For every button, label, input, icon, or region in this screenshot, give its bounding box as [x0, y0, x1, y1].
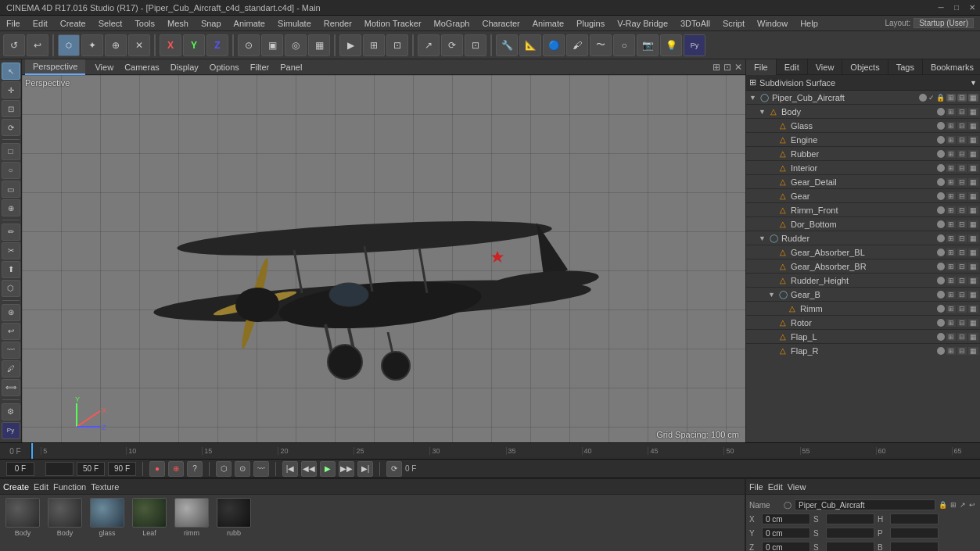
- om-tag-ge2[interactable]: ⊟: [957, 192, 967, 200]
- om-tag-body1[interactable]: ⊞: [946, 108, 956, 116]
- om-item-rotor[interactable]: ▶ △ Rotor ⊞ ⊟ ▦: [746, 316, 980, 330]
- om-tag-gabr1[interactable]: ⊞: [946, 263, 956, 270]
- transport-current[interactable]: [45, 462, 74, 476]
- timeline-ruler[interactable]: 5 10 15 20 25 30 35 40 45 50 55 60 65: [31, 443, 980, 459]
- props-y-field[interactable]: 0 cm: [762, 528, 810, 538]
- om-tag-fl2[interactable]: ⊟: [957, 333, 967, 341]
- props-sz-field[interactable]: [826, 542, 874, 551]
- vtm-panel[interactable]: Panel: [277, 63, 305, 72]
- axis-x[interactable]: X: [160, 34, 181, 56]
- tool-null[interactable]: ○: [613, 34, 635, 56]
- menu-plugins[interactable]: Plugins: [570, 16, 611, 30]
- tool-smooth[interactable]: 〰: [2, 342, 20, 359]
- om-tag-gab3[interactable]: ▦: [968, 249, 978, 256]
- transport-motion[interactable]: 〰: [253, 461, 269, 477]
- om-tag-rh1[interactable]: ⊞: [946, 277, 956, 284]
- om-tag-fr1[interactable]: ⊞: [946, 347, 956, 355]
- om-tab-view[interactable]: View: [808, 59, 843, 75]
- om-tag-ru2[interactable]: ⊟: [957, 150, 967, 158]
- om-item-rh[interactable]: ▶ △ Rudder_Height ⊞ ⊟ ▦: [746, 274, 980, 288]
- om-tag-gd3[interactable]: ▦: [968, 178, 978, 186]
- om-tag-gb1[interactable]: ⊞: [946, 291, 956, 299]
- props-tab-file[interactable]: File: [749, 482, 763, 492]
- om-tag-rf1[interactable]: ⊞: [946, 206, 956, 214]
- tool-bend[interactable]: ↩: [2, 323, 20, 340]
- om-tag-gl3[interactable]: ▦: [968, 122, 978, 130]
- mode-model[interactable]: ⬡: [58, 34, 80, 56]
- transport-record2[interactable]: ⊕: [168, 461, 184, 477]
- menu-help[interactable]: Help: [794, 16, 824, 30]
- om-tab-bookmarks[interactable]: Bookmarks: [923, 59, 980, 75]
- tool-light[interactable]: 💡: [660, 34, 682, 56]
- om-tag-ge1[interactable]: ⊞: [946, 192, 956, 200]
- om-tag-gabr3[interactable]: ▦: [968, 263, 978, 270]
- close-button[interactable]: ✕: [964, 0, 980, 16]
- mode-edit[interactable]: ⊕: [105, 34, 127, 56]
- om-tab-objects[interactable]: Objects: [842, 59, 888, 75]
- om-tag-gd2[interactable]: ⊟: [957, 178, 967, 186]
- transport-end[interactable]: 90 F: [108, 462, 136, 476]
- axis-y[interactable]: Y: [183, 34, 205, 56]
- mode-texture[interactable]: ✦: [81, 34, 103, 56]
- om-tag-gl2[interactable]: ⊟: [957, 122, 967, 130]
- om-tag-db2[interactable]: ⊟: [957, 220, 967, 228]
- om-tag-gl1[interactable]: ⊞: [946, 122, 956, 130]
- om-tag-ro3[interactable]: ▦: [968, 319, 978, 327]
- tool-python[interactable]: Py: [684, 34, 705, 56]
- om-item-engine[interactable]: ▶ △ Engine ⊞ ⊟ ▦: [746, 133, 980, 147]
- om-item-rimm-front[interactable]: ▶ △ Rimm_Front ⊞ ⊟ ▦: [746, 203, 980, 217]
- om-item-piper[interactable]: ▼ ◯ Piper_Cub_Aircraft ✓ 🔒 ⊞ ⊟ ▦: [746, 91, 980, 105]
- om-tag-rf2[interactable]: ⊟: [957, 206, 967, 214]
- mode-close[interactable]: ✕: [128, 34, 150, 56]
- om-vis-fr[interactable]: [937, 347, 945, 355]
- om-vis-gabr[interactable]: [937, 263, 945, 270]
- om-tag-ri1[interactable]: ⊞: [946, 305, 956, 313]
- undo-button[interactable]: ↺: [3, 34, 25, 56]
- vtm-display[interactable]: Display: [167, 63, 202, 72]
- tool-rotate[interactable]: ⟳: [441, 34, 463, 56]
- om-tag-rf3[interactable]: ▦: [968, 206, 978, 214]
- props-b-field[interactable]: [890, 542, 939, 551]
- menu-file[interactable]: File: [0, 16, 27, 30]
- tool-magnet2[interactable]: ⊛: [2, 304, 20, 321]
- transport-to-end[interactable]: ▶|: [357, 461, 373, 477]
- tool-measure[interactable]: 📐: [519, 34, 541, 56]
- om-tag-en3[interactable]: ▦: [968, 136, 978, 144]
- om-tag-fl1[interactable]: ⊞: [946, 333, 956, 341]
- layout-value[interactable]: Startup (User): [914, 18, 974, 28]
- menu-motion-tracker[interactable]: Motion Tracker: [358, 16, 428, 30]
- om-tag-ro1[interactable]: ⊞: [946, 319, 956, 327]
- om-tag-gd1[interactable]: ⊞: [946, 178, 956, 186]
- om-item-gear-b[interactable]: ▼ ◯ Gear_B ⊞ ⊟ ▦: [746, 288, 980, 302]
- tool-extra[interactable]: ⚙: [2, 403, 20, 420]
- axis-z[interactable]: Z: [206, 34, 228, 56]
- redo-button[interactable]: ↩: [27, 34, 48, 56]
- vtm-filter[interactable]: Filter: [247, 63, 272, 72]
- om-vis-gearb[interactable]: [937, 291, 945, 299]
- om-item-rimm[interactable]: ▶ △ Rimm ⊞ ⊟ ▦: [746, 302, 980, 316]
- om-lock[interactable]: 🔒: [936, 94, 945, 102]
- om-tag-ri3[interactable]: ▦: [968, 305, 978, 313]
- om-vis-rubber[interactable]: [937, 150, 945, 158]
- om-item-gear[interactable]: ▶ △ Gear ⊞ ⊟ ▦: [746, 189, 980, 203]
- menu-render[interactable]: Render: [318, 16, 358, 30]
- om-tag-fl3[interactable]: ▦: [968, 333, 978, 341]
- menu-mesh[interactable]: Mesh: [161, 16, 195, 30]
- om-tag-db3[interactable]: ▦: [968, 220, 978, 228]
- mat-tab-texture[interactable]: Texture: [91, 482, 119, 492]
- om-vis-rotor[interactable]: [937, 319, 945, 327]
- tool-sketch[interactable]: ✏: [2, 224, 20, 241]
- om-item-flap-l[interactable]: ▶ △ Flap_L ⊞ ⊟ ▦: [746, 330, 980, 344]
- props-p-field[interactable]: [890, 528, 939, 538]
- om-tag-en1[interactable]: ⊞: [946, 136, 956, 144]
- menu-select[interactable]: Select: [92, 16, 129, 30]
- om-item-glass[interactable]: ▶ △ Glass ⊞ ⊟ ▦: [746, 119, 980, 133]
- select-point[interactable]: ▦: [308, 34, 330, 56]
- select-object[interactable]: ⊙: [238, 34, 260, 56]
- om-vis-rudder[interactable]: [937, 234, 945, 242]
- om-vis-rh[interactable]: [937, 277, 945, 284]
- menu-animate[interactable]: Animate: [228, 16, 271, 30]
- menu-animate2[interactable]: Animate: [526, 16, 570, 30]
- transport-question[interactable]: ?: [187, 461, 203, 477]
- om-vis-fl[interactable]: [937, 333, 945, 341]
